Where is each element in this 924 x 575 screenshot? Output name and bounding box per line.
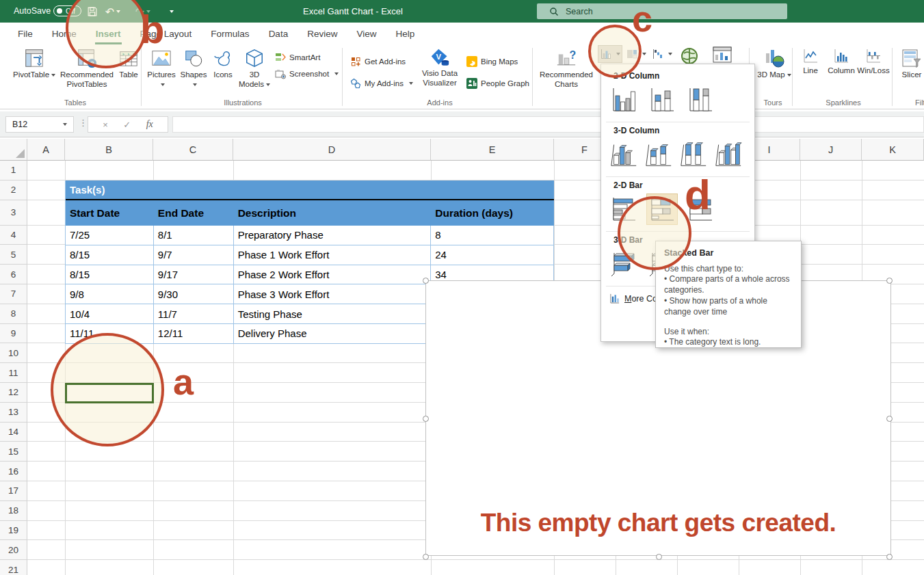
start-date-cell[interactable]: 8/15 [66, 245, 154, 265]
row-header[interactable]: 10 [0, 343, 27, 363]
formula-input[interactable] [172, 116, 924, 133]
3d-map-button[interactable]: 3D Map [756, 48, 792, 97]
description-cell[interactable]: Testing Phase [234, 304, 432, 323]
pivotchart-button[interactable] [713, 46, 732, 64]
tab-help[interactable]: Help [386, 23, 424, 45]
grid-row[interactable] [27, 560, 924, 575]
row-header[interactable]: 1 [0, 161, 27, 180]
start-date-cell[interactable]: 8/15 [66, 265, 154, 284]
row-header[interactable]: 13 [0, 403, 27, 423]
end-date-cell[interactable]: 11/7 [154, 304, 234, 323]
row-header[interactable]: 15 [0, 442, 27, 462]
insert-waterfall-chart-button[interactable] [650, 45, 674, 63]
start-date-cell[interactable]: 9/8 [66, 284, 154, 304]
3d-clustered-column-icon[interactable] [608, 139, 639, 170]
column-header[interactable]: D [233, 139, 431, 161]
duration-cell[interactable]: 24 [431, 245, 554, 265]
task-table-header-cell[interactable]: Description [234, 200, 432, 226]
3d-column-icon[interactable] [713, 139, 744, 170]
chart-resize-handle[interactable] [886, 416, 893, 422]
column-header[interactable]: E [431, 139, 554, 161]
column-header[interactable]: A [27, 139, 65, 161]
search-bar[interactable] [537, 3, 787, 19]
tab-data[interactable]: Data [259, 23, 298, 45]
shapes-button[interactable]: Shapes [178, 48, 209, 97]
winloss-sparkline-button[interactable]: Win/Loss [858, 48, 889, 97]
duration-cell[interactable]: 8 [431, 226, 554, 245]
slicer-button[interactable]: Slicer [896, 48, 924, 97]
100-stacked-column-icon[interactable] [685, 84, 716, 116]
row-header[interactable]: 7 [0, 284, 27, 304]
column-header[interactable]: J [800, 139, 862, 161]
screenshot-button[interactable]: Screenshot [275, 67, 339, 81]
tab-formulas[interactable]: Formulas [201, 23, 259, 45]
row-header[interactable]: 4 [0, 226, 27, 245]
description-cell[interactable]: Phase 2 Work Effort [234, 265, 432, 284]
icons-button[interactable]: Icons [209, 48, 237, 97]
chart-resize-handle[interactable] [886, 278, 893, 284]
3d-stacked-column-icon[interactable] [643, 139, 674, 170]
end-date-cell[interactable]: 9/7 [154, 245, 234, 265]
line-sparkline-button[interactable]: Line [796, 48, 825, 97]
row-header[interactable]: 20 [0, 540, 27, 560]
row-header[interactable]: 21 [0, 560, 27, 575]
column-header[interactable]: C [153, 139, 233, 161]
3d-models-button[interactable]: 3D Models [237, 48, 272, 97]
row-header[interactable]: 11 [0, 363, 27, 383]
row-header[interactable]: 19 [0, 521, 27, 541]
start-date-cell[interactable]: 7/25 [66, 226, 154, 245]
row-header[interactable]: 6 [0, 265, 27, 284]
end-date-cell[interactable]: 9/17 [154, 265, 234, 284]
end-date-cell[interactable]: 9/30 [154, 284, 234, 304]
search-input[interactable] [566, 7, 757, 16]
column-header[interactable]: K [862, 139, 924, 161]
3d-100-stacked-column-icon[interactable] [678, 139, 709, 170]
bing-maps-button[interactable]: Bing Maps [466, 55, 518, 68]
row-header[interactable]: 18 [0, 501, 27, 521]
my-addins-button[interactable]: My Add-ins [350, 77, 413, 90]
end-date-cell[interactable]: 8/1 [154, 226, 234, 245]
row-header[interactable]: 12 [0, 383, 27, 403]
name-box[interactable]: B12 [5, 116, 74, 133]
clustered-column-icon[interactable] [608, 84, 639, 116]
tab-review[interactable]: Review [298, 23, 347, 45]
customize-qat-button[interactable] [163, 4, 178, 19]
tab-file[interactable]: File [8, 23, 42, 45]
people-graph-button[interactable]: People Graph [466, 77, 529, 90]
row-header[interactable]: 16 [0, 462, 27, 481]
get-addins-button[interactable]: Get Add-ins [350, 55, 406, 68]
maps-button[interactable] [680, 46, 699, 66]
row-header[interactable]: 5 [0, 245, 27, 265]
description-cell[interactable]: Preparatory Phase [234, 226, 432, 245]
smartart-button[interactable]: SmartArt [275, 51, 320, 64]
start-date-cell[interactable]: 10/4 [66, 304, 154, 323]
column-header[interactable]: B [65, 139, 153, 161]
visio-data-visualizer-button[interactable]: V Visio Data Visualizer [413, 48, 466, 97]
task-table-header-cell[interactable]: End Date [154, 200, 234, 226]
row-header[interactable]: 3 [0, 200, 27, 226]
chart-resize-handle[interactable] [423, 416, 429, 422]
row-header[interactable]: 14 [0, 423, 27, 442]
recommended-charts-button[interactable]: ? Recommended Charts [539, 48, 594, 97]
insert-function-icon[interactable]: fx [146, 119, 153, 130]
chart-resize-handle[interactable] [423, 554, 429, 560]
pivottable-button[interactable]: PivotTable [8, 48, 60, 97]
select-all-corner[interactable] [0, 139, 27, 161]
selected-cell-B12[interactable] [65, 383, 154, 403]
row-header[interactable]: 8 [0, 304, 27, 324]
grid-row[interactable] [27, 161, 924, 180]
end-date-cell[interactable]: 12/11 [154, 324, 234, 343]
task-table-title[interactable]: Task(s) [66, 180, 554, 200]
row-header[interactable]: 9 [0, 324, 27, 344]
chart-resize-handle[interactable] [886, 554, 893, 560]
description-cell[interactable]: Phase 3 Work Effort [234, 284, 432, 304]
cancel-icon[interactable]: × [103, 120, 108, 130]
row-header[interactable]: 2 [0, 180, 27, 200]
task-table-header-cell[interactable]: Start Date [66, 200, 154, 226]
enter-icon[interactable]: ✓ [123, 120, 131, 130]
task-table-header-cell[interactable]: Duration (days) [431, 200, 554, 226]
row-header[interactable]: 17 [0, 481, 27, 501]
pictures-button[interactable]: Pictures [145, 48, 178, 97]
description-cell[interactable]: Phase 1 Work Effort [234, 245, 432, 265]
tab-view[interactable]: View [347, 23, 386, 45]
